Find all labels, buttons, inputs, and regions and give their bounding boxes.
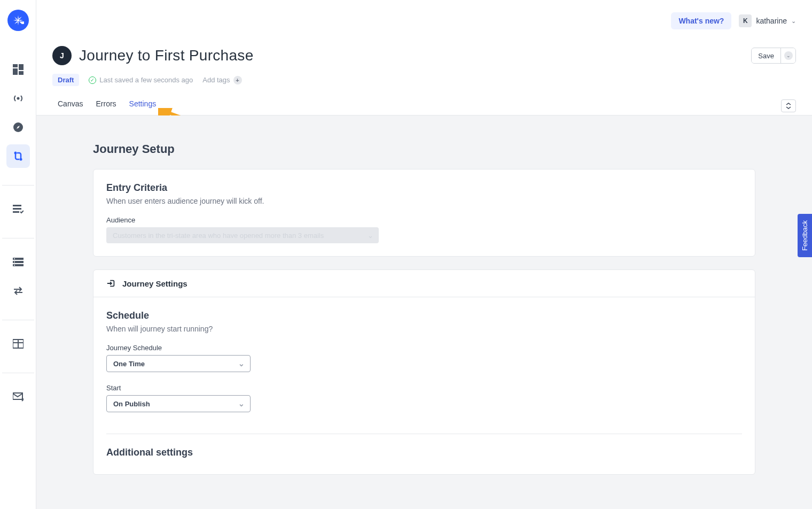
svg-point-5: [17, 97, 19, 100]
tab-errors[interactable]: Errors: [96, 99, 116, 112]
svg-rect-3: [13, 68, 18, 75]
start-label: Start: [106, 384, 742, 392]
plus-icon: +: [233, 76, 242, 84]
collapse-toggle[interactable]: [781, 99, 796, 112]
chevron-down-icon: ⌄: [784, 51, 793, 60]
whats-new-button[interactable]: What's new?: [671, 12, 731, 29]
table-icon: [13, 338, 24, 349]
audience-select[interactable]: Customers in the tri-state area who have…: [106, 227, 379, 243]
user-name: katharine: [756, 17, 787, 25]
svg-rect-1: [13, 64, 18, 67]
user-avatar: K: [739, 14, 752, 27]
nav-divider: [2, 185, 34, 186]
tab-settings[interactable]: Settings: [129, 99, 157, 112]
divider: [106, 434, 742, 434]
grid-icon: [13, 64, 24, 75]
page-title: Journey to First Purchase: [79, 47, 254, 64]
top-bar: What's new? K katharine ⌄: [36, 0, 812, 42]
compass-icon: [13, 122, 24, 133]
schedule-title: Schedule: [106, 310, 742, 321]
svg-rect-9: [13, 205, 21, 206]
add-tags-button[interactable]: Add tags +: [202, 76, 241, 84]
svg-rect-11: [13, 211, 19, 213]
additional-settings-title: Additional settings: [106, 447, 742, 458]
left-sidebar: [0, 0, 36, 509]
nav-dashboard[interactable]: [6, 58, 30, 81]
mail-forward-icon: [13, 391, 24, 402]
tab-canvas[interactable]: Canvas: [58, 99, 83, 112]
nav-live[interactable]: [6, 87, 30, 110]
nav-messaging[interactable]: [6, 385, 30, 408]
nav-explore[interactable]: [6, 115, 30, 139]
nav-connections[interactable]: [6, 279, 30, 303]
tabs-bar: Canvas Errors Settings: [36, 96, 812, 115]
broadcast-icon: [13, 93, 24, 104]
svg-point-8: [19, 158, 22, 161]
svg-point-7: [14, 152, 17, 155]
save-button-group: Save ⌄: [751, 48, 796, 64]
last-saved-text: ✓ Last saved a few seconds ago: [89, 76, 193, 84]
check-circle-icon: ✓: [89, 76, 96, 84]
database-icon: [13, 257, 24, 267]
content-area: Journey Setup Entry Criteria When user e…: [36, 115, 812, 509]
journey-badge: J: [52, 46, 72, 65]
nav-divider-2: [2, 238, 34, 238]
schedule-subtitle: When will journey start running?: [106, 325, 742, 333]
entry-criteria-card: Entry Criteria When user enters audience…: [93, 169, 755, 257]
chevron-down-icon: ⌄: [791, 18, 796, 25]
nav-journeys[interactable]: [6, 144, 30, 168]
nav-tables[interactable]: [6, 332, 30, 356]
svg-rect-10: [13, 208, 21, 210]
svg-point-15: [14, 258, 15, 259]
nav-data[interactable]: [6, 250, 30, 274]
journey-path-icon: [13, 151, 24, 161]
nav-lists[interactable]: [6, 197, 30, 221]
list-check-icon: [13, 204, 24, 214]
arrows-exchange-icon: [13, 286, 24, 296]
svg-point-0: [17, 19, 19, 22]
entry-subtitle: When user enters audience journey will k…: [106, 197, 742, 205]
start-select[interactable]: On Publish: [106, 395, 251, 412]
user-menu[interactable]: K katharine ⌄: [739, 14, 796, 27]
section-heading: Journey Setup: [93, 142, 755, 156]
save-dropdown[interactable]: ⌄: [780, 48, 795, 63]
svg-rect-4: [19, 71, 24, 75]
journey-schedule-select[interactable]: One Time: [106, 355, 251, 372]
nav-divider-3: [2, 320, 34, 320]
collapse-icon: [786, 103, 791, 109]
svg-point-16: [14, 261, 15, 263]
journey-settings-header: Journey Settings: [93, 270, 755, 297]
audience-label: Audience: [106, 216, 742, 224]
enter-icon: [106, 279, 116, 288]
save-button[interactable]: Save: [752, 49, 780, 63]
svg-point-17: [14, 265, 15, 266]
status-badge: Draft: [52, 74, 79, 86]
schedule-label: Journey Schedule: [106, 344, 742, 352]
nav-divider-4: [2, 373, 34, 373]
svg-rect-2: [19, 64, 24, 70]
app-logo[interactable]: [7, 10, 29, 31]
page-header: J Journey to First Purchase Save ⌄ Draft…: [52, 46, 796, 86]
journey-settings-card: Journey Settings Schedule When will jour…: [93, 269, 755, 475]
logo-burst-icon: [12, 14, 24, 26]
entry-title: Entry Criteria: [106, 182, 742, 194]
feedback-tab[interactable]: Feedback: [798, 214, 812, 257]
